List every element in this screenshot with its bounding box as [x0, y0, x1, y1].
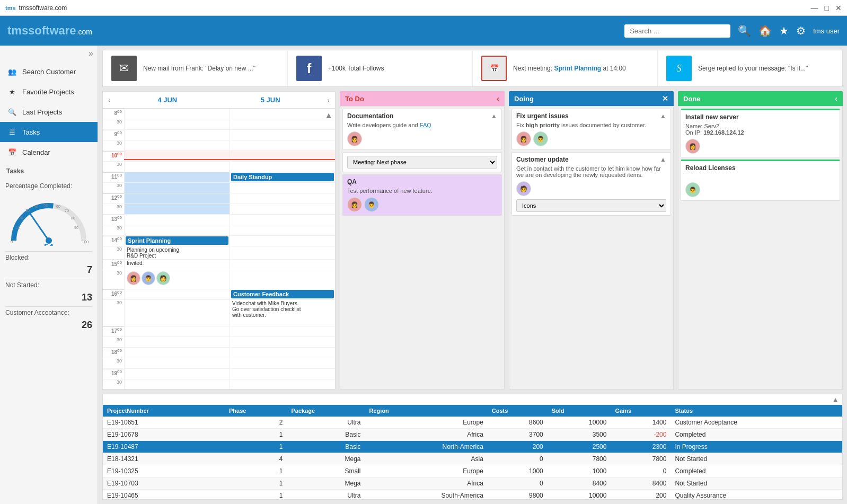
- customer-feedback-event[interactable]: Customer Feedback: [231, 290, 334, 298]
- maximize-button[interactable]: □: [825, 4, 829, 12]
- cal-cell-11-00-col1[interactable]: [124, 172, 230, 182]
- cal-cell-13-30-col1[interactable]: [124, 225, 230, 235]
- cal-cell-9-30-col2[interactable]: [230, 140, 335, 151]
- daily-standup-event[interactable]: Daily Standup: [231, 173, 334, 181]
- table-scroll-container[interactable]: ▲ ProjectNumber Phase Package Region Cos…: [103, 394, 842, 500]
- icons-dropdown[interactable]: Icons: [516, 199, 666, 212]
- kanban-done-collapse-button[interactable]: ‹: [835, 94, 837, 103]
- cal-cell-17-00-col2[interactable]: [230, 326, 335, 337]
- col-header-status[interactable]: Status: [670, 405, 842, 417]
- cal-cell-18-00-col1[interactable]: [124, 348, 230, 358]
- cal-cell-19-00-col2[interactable]: [230, 369, 335, 379]
- cal-cell-13-00-col2[interactable]: [230, 215, 335, 225]
- kanban-card-reload-licenses[interactable]: Reload Licenses 👨: [681, 160, 840, 201]
- cal-cell-12-30-col2[interactable]: [230, 204, 335, 214]
- favorites-icon[interactable]: ★: [779, 24, 789, 37]
- cal-cell-18-30-col1[interactable]: [124, 358, 230, 368]
- kanban-card-meeting[interactable]: Meeting: Next phase: [342, 152, 502, 172]
- cal-cell-11-30-col2[interactable]: [230, 183, 335, 193]
- col-header-gains[interactable]: Gains: [611, 405, 670, 417]
- cal-cell-10-30-col1[interactable]: [124, 162, 230, 172]
- kanban-card-qa[interactable]: QA Test performance of new feature. 👩 👨: [342, 174, 502, 216]
- sidebar-collapse-button[interactable]: »: [0, 46, 98, 61]
- cal-cell-12-00-col2[interactable]: [230, 193, 335, 204]
- kanban-doing-body[interactable]: Fix urgent issues ▲ Fix high priority is…: [509, 106, 674, 390]
- cal-cell-8-00-col2[interactable]: [230, 109, 335, 119]
- kanban-card-install-server[interactable]: Install new server Name: Serv2On IP: 192…: [681, 109, 840, 157]
- table-row[interactable]: E19-10465 1 Ultra South-America 9800 100…: [103, 490, 842, 500]
- col-header-phase[interactable]: Phase: [225, 405, 287, 417]
- cal-cell-15-00-col1[interactable]: Invited:: [124, 260, 230, 270]
- calendar-next-button[interactable]: ›: [322, 93, 335, 108]
- search-icon[interactable]: 🔍: [738, 24, 751, 37]
- settings-icon[interactable]: ⚙: [796, 24, 806, 37]
- cal-cell-16-00-col1[interactable]: [124, 289, 230, 299]
- home-icon[interactable]: 🏠: [758, 24, 772, 37]
- kanban-done-body[interactable]: Install new server Name: Serv2On IP: 192…: [678, 106, 843, 390]
- cal-cell-17-00-col1[interactable]: [124, 326, 230, 337]
- cal-cell-9-00-col1[interactable]: [124, 130, 230, 140]
- sidebar-item-last-projects[interactable]: 🔍 Last Projects: [0, 102, 98, 122]
- table-row[interactable]: E19-10703 1 Mega Africa 0 8400 8400 Not …: [103, 478, 842, 490]
- table-row[interactable]: E19-10325 1 Small Europe 1000 1000 0 Com…: [103, 465, 842, 478]
- cal-cell-9-30-col1[interactable]: [124, 140, 230, 151]
- kanban-todo-collapse-button[interactable]: ‹: [497, 94, 499, 103]
- cal-cell-8-00-col1[interactable]: [124, 109, 230, 119]
- cal-cell-8-30-col2[interactable]: [230, 119, 335, 129]
- cal-cell-17-30-col1[interactable]: [124, 337, 230, 347]
- title-bar-controls[interactable]: — □ ✕: [811, 4, 842, 12]
- cal-cell-12-00-col1[interactable]: [124, 193, 230, 204]
- cal-cell-18-30-col2[interactable]: [230, 358, 335, 368]
- table-row[interactable]: E19-10678 1 Basic Africa 3700 3500 -200 …: [103, 429, 842, 441]
- cal-cell-12-30-col1[interactable]: [124, 204, 230, 214]
- cal-cell-11-00-col2[interactable]: Daily Standup: [230, 172, 335, 182]
- cal-cell-14-30-col2[interactable]: [230, 246, 335, 259]
- kanban-todo-body[interactable]: Documentation ▲ Write developers guide a…: [340, 106, 505, 390]
- table-scroll-right-button[interactable]: ▲: [828, 394, 842, 405]
- cal-cell-15-00-col2[interactable]: [230, 260, 335, 270]
- table-row[interactable]: E19-10651 2 Ultra Europe 8600 10000 1400…: [103, 417, 842, 429]
- cal-cell-11-30-col1[interactable]: [124, 183, 230, 193]
- sprint-planning-event[interactable]: Sprint Planning: [126, 236, 228, 245]
- cal-cell-15-30-col2[interactable]: [230, 270, 335, 289]
- cal-cell-17-30-col2[interactable]: [230, 337, 335, 347]
- minimize-button[interactable]: —: [811, 4, 818, 12]
- cal-cell-16-30-col1[interactable]: [124, 300, 230, 326]
- faq-link[interactable]: FAQ: [420, 122, 431, 128]
- sidebar-item-calendar[interactable]: 📅 Calendar: [0, 142, 98, 162]
- cal-cell-8-30-col1[interactable]: [124, 119, 230, 129]
- cal-cell-14-30-col1[interactable]: Planning on upcomingR&D Project: [124, 246, 230, 259]
- col-header-sold[interactable]: Sold: [548, 405, 611, 417]
- cal-cell-13-30-col2[interactable]: [230, 225, 335, 235]
- cal-cell-19-00-col1[interactable]: [124, 369, 230, 379]
- cal-cell-10-30-col2[interactable]: [230, 162, 335, 172]
- doc-card-scroll-icon[interactable]: ▲: [491, 112, 497, 120]
- calendar-scroll-up-button[interactable]: ▲: [324, 111, 333, 120]
- table-row[interactable]: E18-14321 4 Mega Asia 0 7800 7800 Not St…: [103, 453, 842, 465]
- sidebar-item-tasks[interactable]: ☰ Tasks: [0, 122, 98, 142]
- cal-cell-16-00-col2[interactable]: Customer Feedback: [230, 289, 335, 299]
- sidebar-item-search-customer[interactable]: 👥 Search Customer: [0, 61, 98, 82]
- sidebar-item-favorite-projects[interactable]: ★ Favorite Projects: [0, 82, 98, 102]
- kanban-card-customer-update[interactable]: Customer update ▲ Get in contact with th…: [511, 152, 671, 216]
- cal-cell-15-30-col1[interactable]: 👩 👨 🧑: [124, 270, 230, 289]
- fix-issues-scroll-icon[interactable]: ▲: [660, 112, 666, 120]
- cal-cell-14-00-col1[interactable]: Sprint Planning: [124, 236, 230, 246]
- calendar-scroll[interactable]: ▲ 800 30: [103, 109, 335, 389]
- close-button[interactable]: ✕: [835, 4, 842, 12]
- kanban-card-documentation[interactable]: Documentation ▲ Write developers guide a…: [342, 109, 502, 150]
- kanban-card-fix-issues[interactable]: Fix urgent issues ▲ Fix high priority is…: [511, 109, 671, 150]
- col-header-costs[interactable]: Costs: [488, 405, 548, 417]
- col-header-region[interactable]: Region: [365, 405, 488, 417]
- cal-cell-13-00-col1[interactable]: [124, 215, 230, 225]
- cal-cell-18-00-col2[interactable]: [230, 348, 335, 358]
- col-header-projectnumber[interactable]: ProjectNumber: [103, 405, 225, 417]
- nav-search-input[interactable]: [624, 24, 730, 38]
- meeting-dropdown[interactable]: Meeting: Next phase: [347, 156, 497, 169]
- calendar-prev-button[interactable]: ‹: [103, 93, 116, 108]
- cal-cell-19-30-col1[interactable]: [124, 379, 230, 389]
- cal-cell-9-00-col2[interactable]: [230, 130, 335, 140]
- cal-cell-14-00-col2[interactable]: [230, 236, 335, 246]
- cal-cell-16-30-col2[interactable]: Videochat with Mike Buyers.Go over satis…: [230, 300, 335, 326]
- table-row[interactable]: E19-10487 1 Basic North-America 200 2500…: [103, 441, 842, 453]
